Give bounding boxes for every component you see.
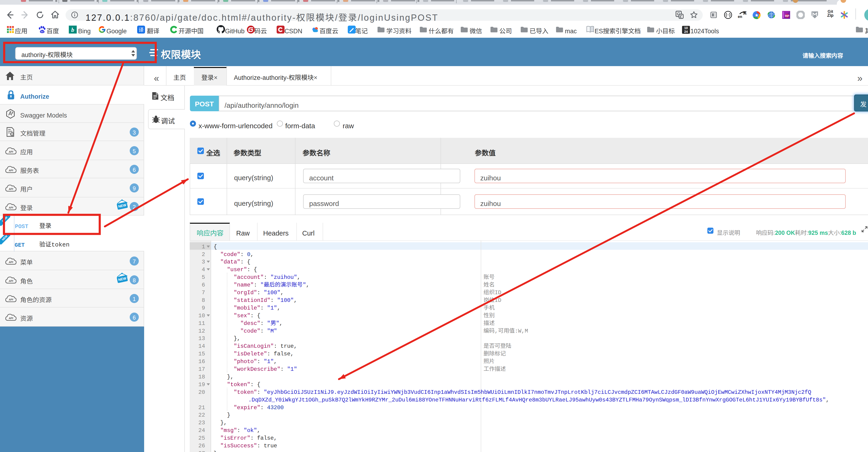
- svg-text:API: API: [9, 188, 13, 190]
- svg-text:API: API: [9, 150, 13, 153]
- svg-text:API: API: [9, 280, 13, 282]
- svg-text:RP: RP: [785, 14, 789, 18]
- svg-text:API: API: [9, 206, 13, 209]
- svg-text:API: API: [9, 169, 13, 172]
- svg-text:译: 译: [138, 26, 144, 33]
- svg-text:API: API: [9, 317, 13, 319]
- svg-text:b: b: [71, 27, 74, 33]
- svg-text:API: API: [9, 261, 13, 263]
- svg-text:du: du: [41, 30, 43, 33]
- svg-text:API: API: [9, 298, 13, 301]
